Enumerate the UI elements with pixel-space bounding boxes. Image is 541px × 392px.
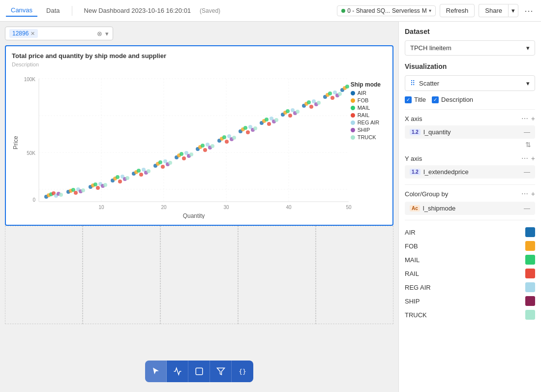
search-bar[interactable]: 12896 ✕ ⊗ ▾ bbox=[5, 27, 113, 40]
svg-point-89 bbox=[253, 126, 257, 130]
legend-item-rail: RAIL bbox=[351, 112, 381, 118]
color-swatch-regair[interactable] bbox=[525, 282, 535, 292]
viz-type-select[interactable]: ⠿ Scatter ▾ bbox=[405, 75, 535, 91]
legend-color-ship bbox=[351, 128, 355, 132]
title-checkbox[interactable]: ✓ bbox=[405, 96, 412, 103]
description-checkbox[interactable]: ✓ bbox=[432, 96, 439, 103]
y-field-remove-button[interactable]: — bbox=[524, 168, 530, 176]
grid-cell-4 bbox=[238, 226, 316, 324]
legend-item-air: AIR bbox=[351, 90, 381, 96]
svg-point-44 bbox=[118, 180, 122, 183]
search-clear-icon[interactable]: ⊗ bbox=[97, 30, 102, 37]
color-swatch-air[interactable] bbox=[525, 227, 535, 237]
chart-tool-button[interactable] bbox=[167, 361, 188, 382]
legend-color-truck bbox=[351, 135, 355, 140]
right-panel: Dataset TPCH lineitem ▾ Visualization ⠿ … bbox=[398, 22, 541, 392]
divider-2 bbox=[405, 184, 535, 185]
legend-label-mail: MAIL bbox=[358, 105, 370, 111]
tab-data[interactable]: Data bbox=[41, 5, 64, 16]
dataset-select[interactable]: TPCH lineitem ▾ bbox=[405, 40, 535, 56]
chart-description: Description bbox=[12, 61, 387, 67]
x-field-remove-button[interactable]: — bbox=[524, 128, 530, 136]
svg-point-79 bbox=[225, 140, 229, 144]
svg-text:10: 10 bbox=[98, 205, 104, 210]
color-swatch-ship[interactable] bbox=[525, 296, 535, 306]
legend-color-fob bbox=[351, 98, 355, 103]
chart-container: 100K 50K 0 10 20 30 40 50 Quantity Price bbox=[12, 71, 386, 219]
y-axis-more-button[interactable]: ⋯ bbox=[521, 154, 528, 162]
chevron-down-icon: ▾ bbox=[429, 8, 431, 13]
color-field-name: l_shipmode bbox=[423, 205, 521, 212]
svg-point-85 bbox=[243, 126, 247, 130]
status-text: 0 - Shared SQ... bbox=[347, 7, 390, 14]
color-group-more-button[interactable]: ⋯ bbox=[521, 190, 528, 198]
color-group-add-button[interactable]: + bbox=[531, 190, 535, 198]
y-axis-add-button[interactable]: + bbox=[531, 154, 535, 162]
x-axis-field: 1.2 l_quantity — bbox=[405, 125, 535, 139]
color-item-air: AIR bbox=[405, 225, 535, 239]
box-tool-button[interactable] bbox=[188, 361, 210, 382]
legend-label-air: AIR bbox=[358, 90, 366, 96]
svg-point-33 bbox=[81, 188, 85, 192]
color-group-title: Color/Group by bbox=[405, 190, 448, 198]
size-label: M bbox=[422, 7, 427, 14]
legend-color-regair bbox=[351, 121, 355, 125]
filter-tool-button[interactable] bbox=[210, 361, 232, 382]
code-tool-button[interactable]: {} bbox=[232, 361, 253, 382]
scatter-chart: 100K 50K 0 10 20 30 40 50 Quantity Price bbox=[12, 71, 386, 219]
svg-point-100 bbox=[288, 114, 292, 118]
color-swatch-mail[interactable] bbox=[525, 255, 535, 265]
color-item-truck: TRUCK bbox=[405, 308, 535, 322]
y-field-name: l_extendedprice bbox=[423, 168, 521, 176]
color-item-ship: SHIP bbox=[405, 294, 535, 308]
legend-label-rail: RAIL bbox=[358, 112, 369, 118]
tab-canvas[interactable]: Canvas bbox=[6, 4, 37, 17]
y-axis-header: Y axis ⋯ + bbox=[405, 154, 535, 162]
search-tag-close[interactable]: ✕ bbox=[30, 30, 35, 37]
svg-text:40: 40 bbox=[286, 205, 292, 210]
color-swatch-fob[interactable] bbox=[525, 241, 535, 251]
color-item-fob: FOB bbox=[405, 239, 535, 253]
swap-axes-icon[interactable]: ⇅ bbox=[405, 141, 535, 149]
x-axis-add-button[interactable]: + bbox=[531, 115, 535, 122]
svg-point-47 bbox=[125, 176, 129, 180]
svg-point-107 bbox=[309, 105, 313, 109]
more-options-button[interactable]: ⋯ bbox=[522, 3, 535, 18]
svg-point-50 bbox=[137, 169, 141, 173]
legend-label-fob: FOB bbox=[358, 97, 369, 103]
share-button[interactable]: Share bbox=[479, 4, 508, 17]
svg-point-30 bbox=[74, 191, 78, 195]
y-axis-actions: ⋯ + bbox=[521, 154, 535, 162]
svg-point-93 bbox=[267, 122, 271, 126]
grid-cell-1 bbox=[5, 226, 83, 324]
svg-text:0: 0 bbox=[32, 197, 35, 203]
svg-point-120 bbox=[345, 85, 349, 89]
color-field-remove-button[interactable]: — bbox=[524, 205, 530, 212]
chevron-down-icon-viz: ▾ bbox=[526, 80, 530, 87]
color-label-regair: REG AIR bbox=[405, 284, 431, 291]
svg-marker-122 bbox=[217, 368, 224, 375]
svg-text:50K: 50K bbox=[27, 151, 35, 156]
select-tool-button[interactable] bbox=[145, 361, 167, 382]
legend-item-ship: SHIP bbox=[351, 127, 381, 133]
svg-point-68 bbox=[189, 152, 193, 156]
title-checkbox-item[interactable]: ✓ Title bbox=[405, 96, 426, 103]
share-dropdown-button[interactable]: ▾ bbox=[508, 4, 518, 17]
bottom-toolbar: {} bbox=[145, 361, 253, 382]
svg-point-99 bbox=[286, 109, 290, 113]
svg-point-36 bbox=[93, 182, 97, 186]
svg-point-110 bbox=[317, 101, 321, 105]
search-dropdown-icon[interactable]: ▾ bbox=[105, 30, 109, 37]
description-checkbox-item[interactable]: ✓ Description bbox=[432, 96, 473, 103]
color-swatch-rail[interactable] bbox=[525, 269, 535, 278]
color-label-truck: TRUCK bbox=[405, 311, 427, 319]
x-axis-more-button[interactable]: ⋯ bbox=[521, 115, 528, 122]
status-badge[interactable]: 0 - Shared SQ... Serverless M ▾ bbox=[337, 5, 435, 16]
app-header: Canvas Data New Dashboard 2023-10-16 16:… bbox=[0, 0, 541, 22]
viz-type-label: Scatter bbox=[419, 80, 522, 87]
color-group-field: Ac l_shipmode — bbox=[405, 202, 535, 215]
refresh-button[interactable]: Refresh bbox=[440, 4, 475, 17]
color-swatch-truck[interactable] bbox=[525, 310, 535, 320]
svg-point-113 bbox=[328, 91, 332, 95]
svg-text:30: 30 bbox=[223, 205, 229, 210]
